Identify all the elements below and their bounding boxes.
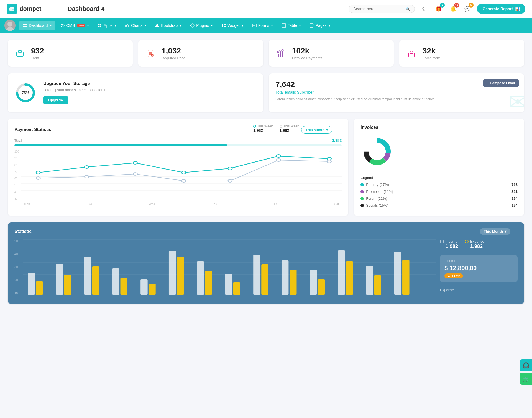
legend-item-promotion: Promotion (11%) 321: [360, 189, 518, 194]
y-label-20: 20: [14, 278, 18, 282]
total-row: Total 3.982: [14, 138, 342, 143]
arrow-up-icon: ▲: [447, 274, 451, 278]
svg-point-61: [36, 177, 40, 179]
generate-report-button[interactable]: Generate Report 📊: [477, 4, 525, 14]
svg-rect-79: [36, 281, 43, 295]
svg-rect-19: [252, 24, 256, 27]
svg-rect-6: [25, 24, 27, 25]
svg-rect-94: [253, 255, 260, 295]
svg-point-72: [369, 143, 386, 160]
legend-label-2: This Week: [280, 124, 299, 128]
storage-description: Lorem ipsum dolor sit amet, onsectetur.: [43, 88, 106, 92]
invoices-more-options[interactable]: ⋮: [513, 124, 518, 130]
stat-label-price: Required Price: [162, 56, 185, 60]
search-input[interactable]: [353, 7, 403, 11]
required-price-icon: $: [144, 47, 157, 60]
svg-rect-102: [366, 266, 373, 295]
line-chart-wrapper: 30 40 50 60 70 80 90 100: [14, 150, 342, 206]
generate-report-label: Generate Report: [482, 7, 513, 11]
legend-dot-2: [280, 125, 282, 128]
x-label-sat: Sat: [334, 202, 339, 206]
legend-val-1: 1.982: [253, 128, 273, 133]
bar-chart-container: 50 40 30 20 10: [14, 239, 436, 298]
chevron-down-icon-pages: ▾: [329, 24, 330, 27]
nav-item-plugins[interactable]: Plugins ▾: [186, 21, 216, 30]
svg-rect-89: [177, 257, 184, 295]
svg-marker-15: [155, 24, 159, 27]
stat-more-options[interactable]: ⋮: [513, 229, 518, 235]
x-label-thu: Thu: [212, 202, 217, 206]
nav-item-pages[interactable]: Pages ▾: [306, 21, 334, 30]
nav-item-apps[interactable]: Apps ▾: [94, 21, 120, 30]
stat-card-payments: 102k Detailed Payments: [269, 40, 394, 67]
stat-month-button[interactable]: This Month ▾: [480, 228, 510, 235]
middle-row: 75% Upgrade Your Storage Lorem ipsum dol…: [8, 73, 524, 112]
stat-cards-grid: 932 Tariff $ 1,032 Required Price: [8, 40, 524, 67]
nav-item-dashboard[interactable]: Dashboard ▾: [19, 21, 55, 30]
svg-point-55: [85, 166, 89, 168]
svg-rect-8: [25, 26, 27, 27]
y-axis: 30 40 50 60 70 80 90 100: [14, 150, 21, 200]
svg-point-66: [276, 159, 280, 161]
nav-item-cms[interactable]: CMS New ▾: [57, 21, 93, 30]
svg-point-13: [98, 26, 100, 27]
svg-rect-98: [310, 270, 317, 295]
svg-rect-16: [222, 24, 223, 27]
compose-email-button[interactable]: + Compose Email: [483, 79, 519, 87]
email-subtitle: Total emails Subcriber.: [275, 90, 518, 94]
income-dot: [440, 240, 444, 243]
y-label: 60: [14, 177, 19, 180]
chat-icon-btn[interactable]: 💬 5: [462, 4, 472, 14]
statistic-card: Statistic This Month ▾ ⋮ 50 40 30 20 10: [8, 222, 524, 304]
chevron-down-icon-widget: ▾: [242, 24, 243, 27]
search-box[interactable]: 🔍: [349, 5, 415, 13]
this-month-button[interactable]: This Month ▾: [301, 126, 332, 134]
y-label-30: 30: [14, 265, 18, 269]
legend-name-primary: Primary (27%): [360, 183, 511, 187]
nav-label-apps: Apps: [104, 23, 112, 28]
moon-icon-btn[interactable]: ☾: [419, 4, 429, 14]
legend-color-primary: [360, 183, 364, 186]
legend-color-promotion: [360, 190, 364, 193]
legend-section: Legend Primary (27%) 763 Promotion (11%): [360, 176, 518, 207]
stat-card-required-price: $ 1,032 Required Price: [138, 40, 263, 67]
bell-badge: 12: [454, 3, 459, 8]
upgrade-button[interactable]: Upgrade: [43, 96, 68, 104]
y-label: 70: [14, 171, 19, 173]
svg-point-2: [12, 9, 14, 10]
income-legend-label: Income: [440, 239, 458, 243]
invoices-card: Invoices ⋮ Legend: [354, 119, 524, 216]
svg-point-59: [276, 155, 280, 157]
line-chart-area: Mon Tue Wed Thu Fri Sat: [21, 150, 342, 206]
nav-item-forms[interactable]: Forms ▾: [248, 21, 277, 30]
svg-rect-22: [282, 24, 286, 27]
nav-item-widget[interactable]: Widget ▾: [218, 21, 247, 30]
svg-rect-37: [278, 54, 279, 57]
payment-more-options[interactable]: ⋮: [337, 127, 342, 133]
svg-rect-95: [261, 264, 268, 295]
gift-icon-btn[interactable]: 🎁 2: [434, 4, 444, 14]
nav-item-charts[interactable]: Charts ▾: [121, 21, 150, 30]
svg-point-10: [62, 27, 63, 27]
chat-badge: 5: [469, 3, 474, 8]
moon-icon: ☾: [422, 6, 426, 12]
avatar: [4, 20, 16, 31]
storage-info: Upgrade Your Storage Lorem ipsum dolor s…: [43, 81, 106, 104]
svg-point-57: [181, 171, 186, 174]
svg-rect-97: [290, 270, 296, 295]
svg-rect-100: [338, 250, 345, 295]
y-label-50: 50: [14, 239, 18, 243]
chevron-down-icon-bootstrap: ▾: [180, 24, 181, 27]
nav-item-table[interactable]: Table ▾: [278, 21, 304, 30]
svg-rect-99: [318, 279, 325, 295]
y-label: 80: [14, 164, 19, 167]
nav-item-bootstrap[interactable]: Bootstrap ▾: [151, 21, 185, 30]
stat-card-info-payments: 102k Detailed Payments: [292, 47, 322, 60]
progress-fill: [14, 144, 227, 146]
svg-rect-82: [84, 257, 91, 295]
bell-icon-btn[interactable]: 🔔 12: [448, 4, 458, 14]
expense-section-label: Expense: [440, 288, 518, 292]
income-badge-value: +15%: [452, 274, 460, 278]
legend-num-promotion: 321: [511, 189, 518, 194]
svg-rect-86: [140, 279, 147, 295]
